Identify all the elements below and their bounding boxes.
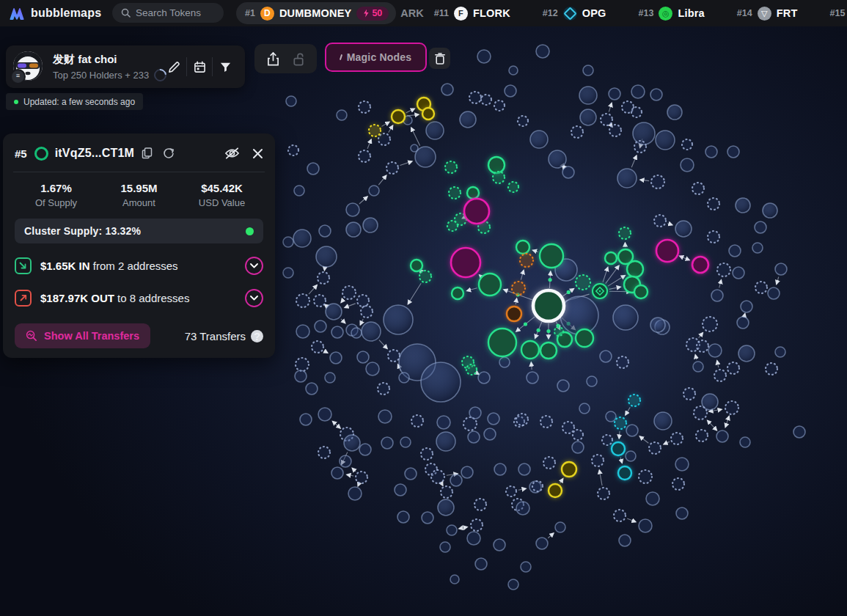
holder-bubble[interactable] [560,296,598,334]
holder-bubble[interactable] [361,306,373,318]
holder-bubble[interactable] [357,295,369,307]
holder-bubble[interactable] [307,163,319,175]
holder-bubble[interactable] [692,257,708,273]
holder-bubble[interactable] [451,248,480,277]
holder-bubble[interactable] [461,466,473,478]
help-icon[interactable]: ? [251,330,263,342]
holder-bubble[interactable] [388,350,400,362]
holder-bubble[interactable] [469,407,481,419]
holder-bubble[interactable] [366,362,379,375]
holder-bubble[interactable] [378,383,389,395]
holder-bubble[interactable] [601,114,612,125]
holder-bubble[interactable] [733,267,744,279]
holder-bubble[interactable] [318,408,331,421]
holder-bubble[interactable] [445,161,457,173]
magic-nodes-button[interactable]: Magic Nodes [325,43,427,72]
copy-address-button[interactable] [142,147,153,159]
holder-bubble[interactable] [337,110,347,120]
holder-bubble[interactable] [562,462,576,477]
holder-bubble[interactable] [509,66,518,75]
holder-bubble[interactable] [295,370,307,382]
holder-bubble[interactable] [512,282,525,295]
holder-bubble[interactable] [627,261,643,277]
holder-bubble[interactable] [508,579,518,590]
holder-bubble[interactable] [737,317,749,329]
holder-bubble[interactable] [471,519,483,531]
holder-bubble[interactable] [654,215,666,227]
ticker-token[interactable]: #11FFLORK [434,7,510,21]
holder-bubble[interactable] [532,481,543,491]
holder-bubble[interactable] [421,448,433,460]
holder-bubble[interactable] [494,100,505,111]
holder-bubble[interactable] [464,199,489,224]
holder-bubble[interactable] [469,92,481,103]
ticker-featured-token[interactable]: #1 D DUMBMONEY 50 [236,2,396,24]
holder-bubble[interactable] [727,146,739,158]
holder-bubble[interactable] [449,187,461,199]
holder-bubble[interactable] [318,447,330,458]
holder-bubble[interactable] [283,268,293,278]
holder-bubble[interactable] [484,428,496,440]
holder-bubble[interactable] [474,499,486,510]
holder-bubble[interactable] [656,131,675,150]
holder-bubble[interactable] [587,376,597,386]
holder-bubble[interactable] [516,241,529,254]
holder-bubble[interactable] [452,287,463,299]
holder-bubble[interactable] [326,304,342,320]
holder-bubble[interactable] [296,325,309,338]
holder-bubble[interactable] [378,133,390,145]
holder-bubble[interactable] [793,426,805,438]
holder-bubble[interactable] [609,88,620,100]
ticker-partial-token[interactable]: ARK [400,7,423,19]
holder-bubble[interactable] [488,413,499,425]
holder-bubble[interactable] [626,425,638,436]
holder-bubble[interactable] [775,347,785,357]
holder-bubble[interactable] [399,373,409,383]
holder-bubble[interactable] [725,401,738,414]
holder-bubble[interactable] [521,341,539,359]
holder-bubble[interactable] [555,522,565,532]
holder-bubble[interactable] [606,411,616,422]
holder-bubble[interactable] [508,182,518,192]
holder-bubble[interactable] [612,442,625,455]
holder-bubble[interactable] [359,101,370,113]
holder-bubble[interactable] [447,221,458,231]
calendar-button[interactable] [187,57,212,76]
holder-bubble[interactable] [716,430,728,442]
holder-bubble[interactable] [543,457,555,469]
holder-bubble[interactable] [615,417,626,429]
holder-bubble[interactable] [562,422,574,433]
delete-button[interactable] [429,48,450,69]
holder-bubble[interactable] [450,575,459,584]
holder-bubble[interactable] [619,227,631,239]
close-button[interactable] [252,148,263,159]
holder-bubble[interactable] [436,432,455,451]
holder-bubble[interactable] [312,341,323,353]
holder-bubble[interactable] [478,372,490,384]
holder-bubble[interactable] [288,145,298,155]
holder-bubble[interactable] [549,150,566,168]
holder-bubble[interactable] [286,96,296,106]
hide-wallet-button[interactable] [224,147,240,160]
holder-bubble[interactable] [516,502,529,515]
holder-bubble[interactable] [477,50,491,63]
holder-bubble[interactable] [306,383,318,395]
holder-bubble[interactable] [763,203,777,218]
holder-bubble[interactable] [493,172,505,183]
holder-bubble[interactable] [330,352,342,364]
holder-bubble[interactable] [617,169,637,188]
holder-bubble[interactable] [549,484,562,497]
holder-bubble[interactable] [650,89,662,100]
holder-bubble[interactable] [536,538,548,549]
holder-bubble[interactable] [736,198,750,213]
holder-bubble[interactable] [741,301,752,312]
holder-bubble[interactable] [314,295,326,307]
holder-bubble[interactable] [667,105,682,120]
holder-bubble[interactable] [752,243,763,253]
holder-bubble[interactable] [293,230,311,247]
holder-bubble[interactable] [315,320,326,332]
holder-bubble[interactable] [714,370,726,381]
holder-bubble[interactable] [634,285,648,298]
holder-bubble[interactable] [727,362,739,374]
holder-bubble[interactable] [530,131,548,148]
